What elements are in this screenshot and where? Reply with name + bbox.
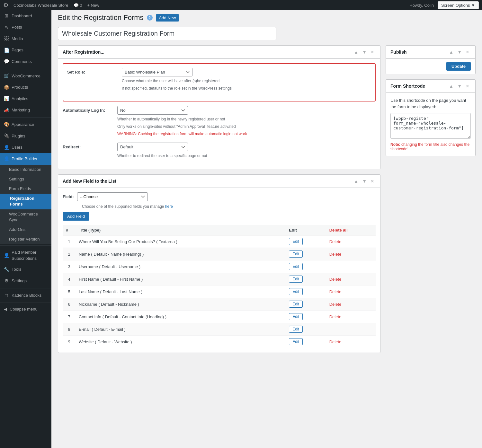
- add-field-up-button[interactable]: ▲: [353, 178, 360, 184]
- site-name[interactable]: Cozmoslabs Wholesale Store: [13, 3, 68, 8]
- row-num: 3: [63, 260, 76, 273]
- shortcode-up-button[interactable]: ▲: [448, 83, 455, 89]
- sidebar-item-form-fields[interactable]: Form Fields: [0, 184, 51, 194]
- edit-button[interactable]: Edit: [289, 338, 303, 345]
- sidebar-item-pages[interactable]: 📄 Pages: [0, 45, 51, 56]
- set-role-label: Set Role:: [67, 68, 119, 75]
- sidebar-item-users[interactable]: 👤 Users: [0, 142, 51, 154]
- add-field-down-button[interactable]: ▼: [361, 178, 368, 184]
- sidebar-item-marketing[interactable]: 📣 Marketing: [0, 105, 51, 116]
- sidebar-item-label: Paid Member Subscriptions: [12, 250, 48, 261]
- sidebar-item-products[interactable]: 📦 Products: [0, 82, 51, 93]
- table-row: 7 Contact Info ( Default - Contact Info …: [63, 311, 376, 323]
- sidebar-item-add-ons[interactable]: Add-Ons: [0, 225, 51, 234]
- row-title: Website ( Default - Website ): [76, 336, 286, 348]
- sidebar-item-settings[interactable]: Settings: [0, 174, 51, 184]
- submenu-label: Settings: [9, 176, 24, 182]
- publish-toggle-button[interactable]: ✕: [464, 49, 471, 55]
- collapse-menu-button[interactable]: ◀ Collapse menu: [0, 304, 51, 314]
- field-hint: Choose one of the supported fields you m…: [82, 204, 376, 209]
- sidebar-item-appearance[interactable]: 🎨 Appearance: [0, 119, 51, 130]
- edit-button[interactable]: Edit: [289, 301, 303, 308]
- sidebar-item-analytics[interactable]: 📊 Analytics: [0, 93, 51, 105]
- col-delete-all[interactable]: Delete all: [326, 225, 376, 235]
- sidebar-item-label: Pages: [12, 47, 23, 53]
- shortcode-textarea[interactable]: [wppb-register form_name="wholesale-cust…: [390, 113, 471, 139]
- postbox-toggle-button[interactable]: ✕: [369, 49, 376, 55]
- publish-down-button[interactable]: ▼: [456, 49, 463, 55]
- edit-button[interactable]: Edit: [289, 276, 303, 283]
- shortcode-note: Note: changing the form title also chang…: [390, 142, 471, 151]
- sidebar-item-registration-forms[interactable]: Registration Forms: [0, 194, 51, 209]
- delete-link[interactable]: Delete: [329, 277, 342, 282]
- sidebar-item-profile-builder[interactable]: 👤 Profile Builder: [0, 153, 51, 165]
- edit-button[interactable]: Edit: [289, 263, 303, 270]
- set-role-select[interactable]: Basic Wholesale Plan Subscriber Customer…: [122, 68, 192, 76]
- sidebar-item-tools[interactable]: 🔧 Tools: [0, 264, 51, 276]
- shortcode-toggle-button[interactable]: ✕: [464, 83, 471, 89]
- sidebar-item-comments[interactable]: 💬 Comments: [0, 56, 51, 67]
- delete-link[interactable]: Delete: [329, 302, 342, 307]
- sidebar-item-register-version[interactable]: Register Version: [0, 234, 51, 244]
- sidebar-item-basic-information[interactable]: Basic Information: [0, 165, 51, 174]
- postbox-up-button[interactable]: ▲: [353, 49, 360, 55]
- auto-login-select[interactable]: No Yes: [117, 106, 188, 115]
- sidebar-item-settings-main[interactable]: ⚙ Settings: [0, 275, 51, 287]
- row-delete-cell: [326, 323, 376, 336]
- delete-link[interactable]: Delete: [329, 289, 342, 294]
- publish-up-button[interactable]: ▲: [448, 49, 455, 55]
- marketing-icon: 📣: [4, 107, 9, 114]
- row-delete-cell: [326, 260, 376, 273]
- delete-link[interactable]: Delete: [329, 339, 342, 344]
- new-link[interactable]: + New: [87, 3, 99, 8]
- row-num: 8: [63, 323, 76, 336]
- sidebar-item-media[interactable]: 🖼 Media: [0, 33, 51, 45]
- redirect-select[interactable]: Default Custom URL: [117, 143, 188, 151]
- edit-button[interactable]: Edit: [289, 288, 303, 295]
- set-role-desc1: Choose what role the user will have afte…: [122, 78, 371, 84]
- dashboard-icon: ⊞: [4, 13, 9, 19]
- add-new-button[interactable]: Add New: [156, 14, 179, 22]
- comments-link[interactable]: 💬 0: [74, 3, 82, 8]
- howdy-text: Howdy, Colin: [409, 3, 434, 8]
- postbox-down-button[interactable]: ▼: [361, 49, 368, 55]
- edit-button[interactable]: Edit: [289, 326, 303, 333]
- delete-link[interactable]: Delete: [329, 239, 342, 244]
- sidebar-item-dashboard[interactable]: ⊞ Dashboard: [0, 10, 51, 22]
- users-icon: 👤: [4, 145, 9, 151]
- sidebar-item-woocommerce[interactable]: 🛒 WooCommerce: [0, 70, 51, 82]
- field-choose-row: Field: ...Choose: [63, 192, 376, 201]
- table-row: 4 First Name ( Default - First Name ) Ed…: [63, 273, 376, 285]
- delete-link[interactable]: Delete: [329, 252, 342, 257]
- sidebar-item-plugins[interactable]: 🔌 Plugins: [0, 130, 51, 142]
- settings-icon: ⚙: [4, 278, 9, 284]
- table-row: 8 E-mail ( Default - E-mail ) Edit: [63, 323, 376, 336]
- row-delete-cell: Delete: [326, 248, 376, 260]
- pages-icon: 📄: [4, 47, 9, 54]
- delete-link[interactable]: Delete: [329, 314, 342, 319]
- update-button[interactable]: Update: [446, 62, 471, 71]
- screen-options-button[interactable]: Screen Options ▼: [438, 1, 479, 9]
- tools-icon: 🔧: [4, 267, 9, 273]
- edit-button[interactable]: Edit: [289, 238, 303, 245]
- page-header: Edit the Registration Forms ? Add New: [58, 13, 476, 22]
- publish-title: Publish: [390, 49, 448, 55]
- add-field-toggle-button[interactable]: ✕: [369, 178, 376, 184]
- sidebar-item-posts[interactable]: ✎ Posts: [0, 22, 51, 33]
- help-icon[interactable]: ?: [147, 15, 153, 21]
- field-choose-select[interactable]: ...Choose: [77, 192, 148, 201]
- edit-button[interactable]: Edit: [289, 313, 303, 320]
- profile-builder-icon: 👤: [4, 156, 9, 162]
- comments-icon: 💬: [4, 58, 9, 65]
- shortcode-header: Form Shortcode ▲ ▼ ✕: [386, 80, 475, 93]
- edit-button[interactable]: Edit: [289, 250, 303, 258]
- sidebar-item-label: Users: [12, 145, 22, 150]
- shortcode-down-button[interactable]: ▼: [456, 83, 463, 89]
- add-field-button[interactable]: Add Field: [63, 212, 89, 221]
- sidebar-item-kadence-blocks[interactable]: ◻ Kadence Blocks: [0, 290, 51, 301]
- analytics-icon: 📊: [4, 96, 9, 102]
- field-hint-link[interactable]: here: [165, 204, 173, 209]
- sidebar-item-paid-member[interactable]: 👤 Paid Member Subscriptions: [0, 247, 51, 264]
- form-title-input[interactable]: [58, 27, 276, 40]
- sidebar-item-woocommerce-sync[interactable]: WooCommerce Sync: [0, 209, 51, 225]
